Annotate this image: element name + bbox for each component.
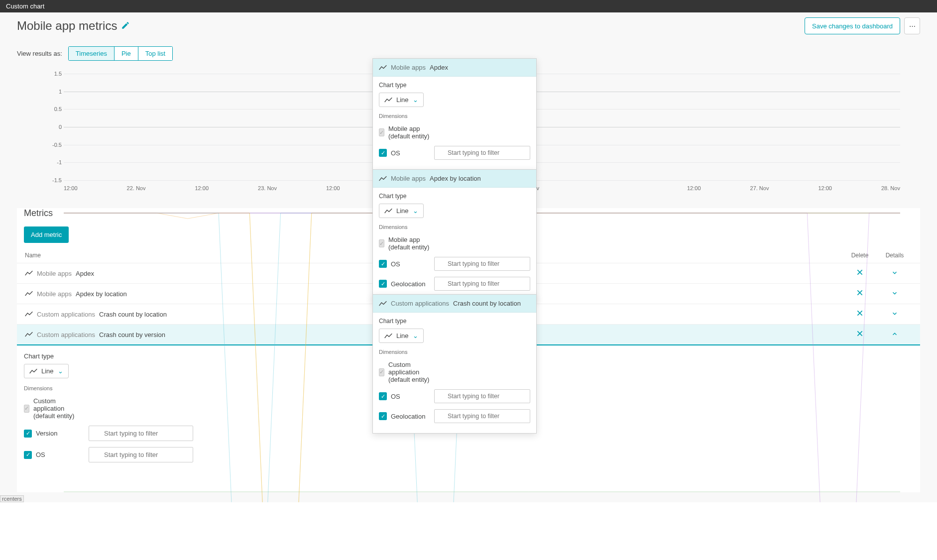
panel-metric: Crash count by location — [453, 300, 521, 307]
view-tabs: TimeseriesPieTop list — [68, 46, 173, 61]
dimension-checkbox — [379, 368, 384, 376]
trend-line-icon — [25, 270, 33, 277]
dimension-checkbox[interactable] — [24, 451, 32, 459]
dimension-filter-wrap — [434, 257, 530, 271]
x-tick-label: 12:00 — [64, 185, 78, 191]
y-tick-label: -1 — [49, 159, 62, 165]
x-tick-label: 27. Nov — [750, 185, 769, 191]
panel-dimensions-label: Dimensions — [379, 113, 530, 119]
topbar-title: Custom chart — [6, 2, 44, 10]
x-tick-label: 12:00 — [195, 185, 209, 191]
dimension-name: OS — [391, 149, 400, 157]
trend-line-icon — [379, 175, 387, 182]
dimension-filter-input[interactable] — [434, 409, 530, 423]
dimension-name: Version — [36, 430, 57, 437]
panel-chart-type-select[interactable]: Line⌄ — [379, 329, 424, 343]
panel-header: Custom applicationsCrash count by locati… — [373, 295, 536, 313]
dimension-checkbox[interactable] — [24, 430, 32, 438]
x-tick-label: 22. Nov — [127, 185, 146, 191]
x-tick-label: 12:00 — [818, 185, 832, 191]
chevron-down-icon: ⌄ — [413, 96, 418, 104]
view-tab-top-list[interactable]: Top list — [138, 46, 173, 61]
trend-line-icon — [384, 333, 392, 339]
page-title: Mobile app metrics — [17, 19, 130, 33]
dimension-name: OS — [391, 260, 400, 268]
topbar: Custom chart — [0, 0, 937, 12]
panel-chart-type-value: Line — [396, 96, 409, 104]
panel-chart-type-label: Chart type — [379, 318, 530, 325]
dimension-name: OS — [36, 451, 45, 458]
header-actions: Save changes to dashboard ⋯ — [805, 17, 920, 34]
trend-line-icon — [25, 331, 33, 338]
dimension-checkbox[interactable] — [379, 392, 387, 400]
dimension-filter-wrap — [434, 389, 530, 403]
chevron-down-icon: ⌄ — [413, 207, 418, 215]
add-metric-button[interactable]: Add metric — [24, 226, 69, 243]
dimension-row: Custom application (default entity) — [379, 358, 530, 386]
panel-chart-type-label: Chart type — [379, 82, 530, 89]
dimension-name: Custom application (default entity) — [388, 361, 434, 383]
header-row: Mobile app metrics Save changes to dashb… — [17, 17, 920, 34]
panel-metric: Apdex — [430, 64, 448, 71]
panel-dimensions-label: Dimensions — [379, 224, 530, 230]
dimension-row: OS — [379, 143, 530, 163]
chevron-down-icon: ⌄ — [413, 332, 418, 339]
dimension-row: Geolocation — [379, 274, 530, 294]
panel-category: Mobile apps — [391, 64, 426, 71]
panel-header: Mobile appsApdex by location — [373, 170, 536, 188]
page-title-text: Mobile app metrics — [17, 19, 117, 33]
dimension-checkbox — [379, 128, 384, 136]
y-tick-label: -1.5 — [49, 177, 62, 183]
x-tick-label: 12:00 — [687, 185, 701, 191]
chart-type-select[interactable]: Line ⌄ — [24, 364, 69, 378]
dimension-name: Mobile app (default entity) — [388, 236, 434, 251]
trend-line-icon — [29, 368, 37, 375]
y-tick-label: 1 — [49, 89, 62, 95]
dimension-checkbox[interactable] — [379, 149, 387, 157]
dimension-filter-input[interactable] — [89, 447, 193, 462]
y-tick-label: 0 — [49, 124, 62, 130]
panel-chart-type-select[interactable]: Line⌄ — [379, 204, 424, 218]
more-actions-button[interactable]: ⋯ — [904, 17, 920, 34]
dimension-filter-input[interactable] — [89, 426, 193, 441]
panel-category: Mobile apps — [391, 175, 426, 182]
dimension-filter-input[interactable] — [434, 257, 530, 271]
dimension-filter-wrap — [434, 409, 530, 423]
edit-title-icon[interactable] — [121, 19, 130, 33]
dimension-checkbox[interactable] — [379, 412, 387, 420]
y-tick-label: 1.5 — [49, 71, 62, 77]
trend-line-icon — [384, 97, 392, 104]
trend-line-icon — [25, 311, 33, 318]
x-tick-label: 28. Nov — [881, 185, 900, 191]
dimension-row: OS — [379, 386, 530, 406]
footer-fragment: rcenters — [0, 495, 24, 502]
trend-line-icon — [379, 300, 387, 307]
panel-category: Custom applications — [391, 300, 449, 307]
dimension-row: Geolocation — [379, 406, 530, 426]
dimension-filter-input[interactable] — [434, 277, 530, 291]
y-tick-label: -0.5 — [49, 142, 62, 148]
dimension-checkbox[interactable] — [379, 260, 387, 268]
dimension-name: Geolocation — [391, 413, 425, 420]
view-label: View results as: — [17, 50, 62, 57]
x-tick-label: 23. Nov — [258, 185, 277, 191]
dimension-name: OS — [391, 393, 400, 400]
dimension-filter-input[interactable] — [434, 389, 530, 403]
chart-type-value: Line — [41, 367, 54, 375]
dimension-filter-input[interactable] — [434, 146, 530, 160]
panel-metric: Apdex by location — [430, 175, 481, 182]
view-tab-pie[interactable]: Pie — [115, 46, 138, 61]
dimension-row: OS — [24, 444, 912, 465]
dimension-checkbox[interactable] — [379, 280, 387, 288]
view-tab-timeseries[interactable]: Timeseries — [68, 46, 115, 61]
dimension-row: Mobile app (default entity) — [379, 122, 530, 143]
panel-header: Mobile appsApdex — [373, 59, 536, 77]
panel-chart-type-value: Line — [396, 332, 409, 339]
dimension-filter-wrap — [89, 447, 912, 462]
trend-line-icon — [25, 290, 33, 297]
panel-chart-type-select[interactable]: Line⌄ — [379, 93, 424, 107]
y-tick-label: 0.5 — [49, 106, 62, 112]
save-button[interactable]: Save changes to dashboard — [805, 17, 900, 34]
dimension-row: Mobile app (default entity) — [379, 233, 530, 254]
page: Mobile app metrics Save changes to dashb… — [0, 12, 937, 502]
